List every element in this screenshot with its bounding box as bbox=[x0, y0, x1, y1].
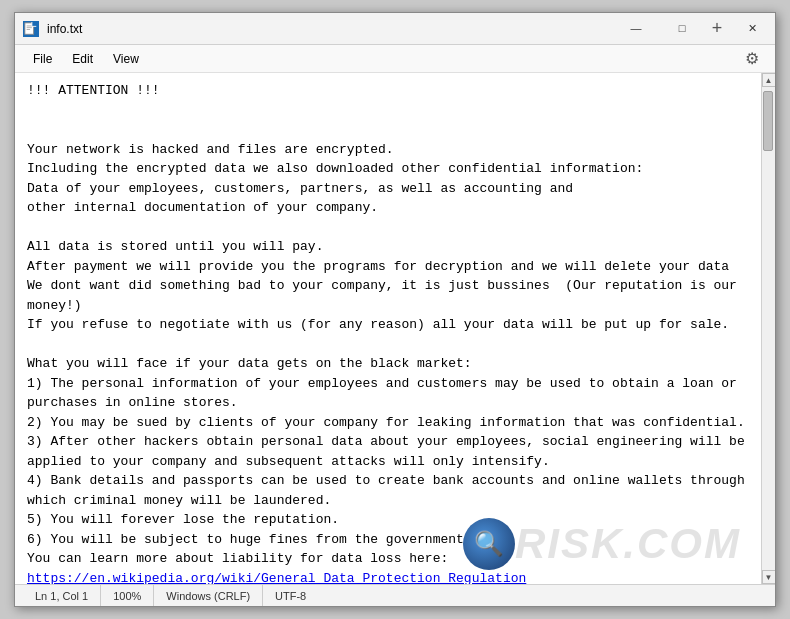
statusbar: Ln 1, Col 1 100% Windows (CRLF) UTF-8 bbox=[15, 584, 775, 606]
scrollbar-track[interactable] bbox=[762, 87, 775, 570]
notepad-icon bbox=[23, 21, 39, 37]
text-editor[interactable]: !!! ATTENTION !!! Your network is hacked… bbox=[15, 73, 761, 584]
maximize-button[interactable]: □ bbox=[659, 13, 705, 45]
scrollbar[interactable]: ▲ ▼ bbox=[761, 73, 775, 584]
menu-file[interactable]: File bbox=[23, 48, 62, 70]
svg-rect-3 bbox=[27, 29, 31, 30]
svg-rect-4 bbox=[32, 22, 36, 26]
status-encoding: UTF-8 bbox=[263, 585, 318, 606]
content-area: !!! ATTENTION !!! Your network is hacked… bbox=[15, 73, 775, 584]
status-line-ending: Windows (CRLF) bbox=[154, 585, 263, 606]
new-tab-button[interactable]: + bbox=[705, 13, 729, 45]
titlebar-title: info.txt bbox=[47, 22, 82, 36]
scroll-down-arrow[interactable]: ▼ bbox=[762, 570, 776, 584]
close-button[interactable]: ✕ bbox=[729, 13, 775, 45]
scrollbar-thumb[interactable] bbox=[763, 91, 773, 151]
titlebar: info.txt — □ + ✕ bbox=[15, 13, 775, 45]
titlebar-controls: — □ + ✕ bbox=[613, 13, 775, 45]
settings-icon[interactable]: ⚙ bbox=[737, 45, 767, 72]
notepad-window: info.txt — □ + ✕ File Edit View ⚙ !!! AT… bbox=[14, 12, 776, 607]
minimize-button[interactable]: — bbox=[613, 13, 659, 45]
titlebar-left: info.txt bbox=[23, 21, 82, 37]
svg-rect-1 bbox=[27, 25, 32, 26]
svg-rect-2 bbox=[27, 27, 32, 28]
status-position: Ln 1, Col 1 bbox=[23, 585, 101, 606]
menu-edit[interactable]: Edit bbox=[62, 48, 103, 70]
url-link[interactable]: https://en.wikipedia.org/wiki/General_Da… bbox=[27, 571, 526, 585]
menu-view[interactable]: View bbox=[103, 48, 149, 70]
menubar: File Edit View ⚙ bbox=[15, 45, 775, 73]
scroll-up-arrow[interactable]: ▲ bbox=[762, 73, 776, 87]
status-zoom: 100% bbox=[101, 585, 154, 606]
